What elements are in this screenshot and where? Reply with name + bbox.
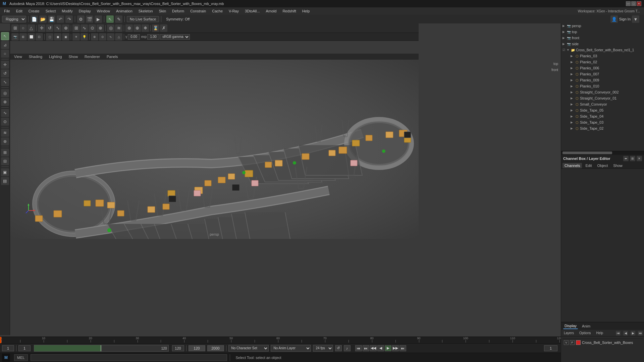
hierarchy-mode-btn[interactable]: ⊞ — [11, 24, 19, 32]
range-end-input[interactable] — [207, 345, 224, 351]
menu-redshift[interactable]: Redshift — [280, 8, 299, 14]
open-btn[interactable]: 📂 — [39, 15, 47, 23]
layer-nav-next[interactable]: ▶ — [631, 331, 635, 336]
paint-weights-btn[interactable]: ⊛ — [1, 137, 9, 145]
character-set-dropdown[interactable]: No Character Set — [228, 345, 269, 352]
menu-file[interactable]: File — [1, 8, 13, 14]
grid-btn[interactable]: ⊞ — [19, 33, 27, 41]
channels-tab[interactable]: Channels — [562, 163, 582, 168]
channel-box-dock-btn[interactable]: ⬅ — [623, 156, 629, 161]
color-mode-select[interactable]: sRGB gamma — [160, 34, 190, 40]
freeze-btn[interactable]: ❄ — [142, 24, 149, 32]
menu-animation[interactable]: Animation — [113, 8, 135, 14]
menu-display[interactable]: Display — [76, 8, 94, 14]
step-fwd-btn[interactable]: ▶▶ — [392, 345, 399, 351]
rigging-dropdown[interactable]: Rigging — [2, 16, 26, 22]
mini-timeline[interactable]: 120 — [34, 345, 169, 352]
go-start-btn[interactable]: ⏮ — [355, 345, 362, 351]
redo-btn[interactable]: ↷ — [65, 15, 73, 23]
audio-btn[interactable]: ♪ — [344, 345, 351, 351]
tree-item-planks02[interactable]: ▶ ⬡ Planks_02 — [561, 59, 644, 65]
snap-curve-btn[interactable]: ∿ — [80, 24, 88, 32]
menu-vray[interactable]: V-Ray — [226, 8, 241, 14]
live-surface-status[interactable]: No Live Surface — [127, 16, 159, 22]
play-back-btn[interactable]: ◀ — [377, 345, 384, 351]
range-start-input[interactable] — [189, 345, 205, 351]
lasso-select-btn[interactable]: ⊿ — [1, 41, 9, 49]
undo-btn[interactable]: ↶ — [57, 15, 64, 23]
tb-scale-btn[interactable]: ⤡ — [54, 24, 61, 32]
default-light-btn[interactable]: ☀ — [72, 33, 80, 41]
select-mode-btn[interactable]: ↖ — [106, 15, 114, 23]
timeline[interactable]: 1102030405060708090100110120 — [0, 337, 561, 343]
tree-item-sidetape02[interactable]: ▶ ⬡ Side_Tape_02 — [561, 125, 644, 131]
tree-item-main-group[interactable]: ☑ ▼ 📁 Cross_Belt_Sorter_with_Boxes_ncl1_… — [561, 47, 644, 53]
mel-input[interactable] — [31, 354, 227, 361]
title-bar-controls[interactable]: — □ ✕ — [626, 1, 641, 6]
snap-to-curve-btn[interactable]: ∿ — [1, 109, 9, 117]
minimize-button[interactable]: — — [626, 1, 631, 6]
menu-constrain[interactable]: Constrain — [187, 8, 209, 14]
layer-row[interactable]: V P Cross_Belt_Sorter_with_Boxes — [562, 339, 643, 346]
camera-icon-btn[interactable]: 📷 — [11, 33, 19, 41]
panels-menu[interactable]: Panels — [104, 54, 121, 59]
menu-select[interactable]: Select — [43, 8, 59, 14]
sign-in-dropdown[interactable]: ▼ — [632, 15, 639, 23]
menu-cache[interactable]: Cache — [209, 8, 225, 14]
tree-item-planks010[interactable]: ▶ ⬡ Planks_010 — [561, 83, 644, 89]
tree-item-persp[interactable]: ▶ 📷 persp — [561, 23, 644, 29]
ipr-btn[interactable]: ▶ — [95, 15, 102, 23]
show-tab[interactable]: Show — [611, 163, 625, 168]
menu-create[interactable]: Create — [26, 8, 42, 14]
center-pivot-btn[interactable]: ⊕ — [133, 24, 141, 32]
soft-mod-btn[interactable]: ◎ — [107, 24, 114, 32]
fps-dropdown[interactable]: 24 fps — [313, 345, 333, 352]
end-frame-input[interactable] — [172, 345, 184, 351]
view-menu[interactable]: View — [11, 54, 25, 59]
show-joints-btn[interactable]: ⊕ — [91, 33, 98, 41]
resolution-btn[interactable]: ⊡ — [36, 33, 43, 41]
smooth-shaded-btn[interactable]: ◼ — [54, 33, 61, 41]
lighting-menu[interactable]: Lighting — [46, 54, 65, 59]
menu-3dtoall[interactable]: 3DtoAll... — [242, 8, 263, 14]
sculpt-mesh-btn[interactable]: ≋ — [115, 24, 122, 32]
maximize-button[interactable]: □ — [631, 1, 636, 6]
show-deformers-btn[interactable]: ⊙ — [99, 33, 106, 41]
show-nurbscurves-btn[interactable]: ∿ — [107, 33, 114, 41]
checkbox-main[interactable]: ☑ — [562, 48, 567, 52]
preview-render-btn[interactable]: ▤ — [1, 177, 9, 185]
tree-item-straight01[interactable]: ▶ ⬡ Straight_Conveyor_01 — [561, 95, 644, 101]
gamma-value-input[interactable] — [128, 34, 140, 40]
anim-layer-dropdown[interactable]: No Anim Layer — [271, 345, 311, 352]
save-btn[interactable]: 💾 — [48, 15, 55, 23]
render-settings-btn[interactable]: ⚙ — [77, 15, 85, 23]
menu-edit[interactable]: Edit — [13, 8, 25, 14]
pivot-btn[interactable]: ⊛ — [125, 24, 133, 32]
tree-item-top[interactable]: ▶ 📷 top — [561, 29, 644, 35]
render-btn[interactable]: 🎬 — [86, 15, 93, 23]
new-scene-btn[interactable]: 📄 — [31, 15, 38, 23]
snap-grid-btn[interactable]: ⊞ — [72, 24, 80, 32]
tb-rotate-btn[interactable]: ↺ — [46, 24, 53, 32]
object-mode-btn[interactable]: ○ — [19, 24, 27, 32]
prev-key-btn[interactable]: ⏭ — [363, 345, 369, 351]
snap-to-point-btn[interactable]: ⊙ — [1, 118, 9, 126]
menu-skeleton[interactable]: Skeleton — [136, 8, 156, 14]
tree-item-small-conveyor[interactable]: ▶ ⬡ Small_Conveyor — [561, 101, 644, 107]
layers-sub-tab[interactable]: Layers — [562, 330, 575, 336]
loop-btn[interactable]: ↺ — [335, 345, 342, 351]
hide-manipulator-btn[interactable]: ⊟ — [1, 157, 9, 165]
delete-history-btn[interactable]: ✗ — [160, 24, 167, 32]
menu-help[interactable]: Help — [300, 8, 313, 14]
select-tool-btn[interactable]: ↖ — [1, 32, 9, 40]
move-tool-btn[interactable]: ✛ — [1, 61, 9, 69]
layer-color-swatch[interactable] — [576, 340, 581, 345]
exposure-value-input[interactable] — [147, 34, 159, 40]
options-sub-tab[interactable]: Options — [578, 330, 592, 336]
timeline-ruler[interactable]: 1102030405060708090100110120 — [0, 337, 561, 343]
history-btn[interactable]: ⌛ — [152, 24, 159, 32]
display-tab[interactable]: Display — [563, 323, 578, 329]
scale-tool-btn[interactable]: ⤡ — [1, 78, 9, 86]
show-manipulator-btn[interactable]: ⊞ — [1, 148, 9, 157]
go-end-btn[interactable]: ⏭ — [399, 345, 406, 351]
